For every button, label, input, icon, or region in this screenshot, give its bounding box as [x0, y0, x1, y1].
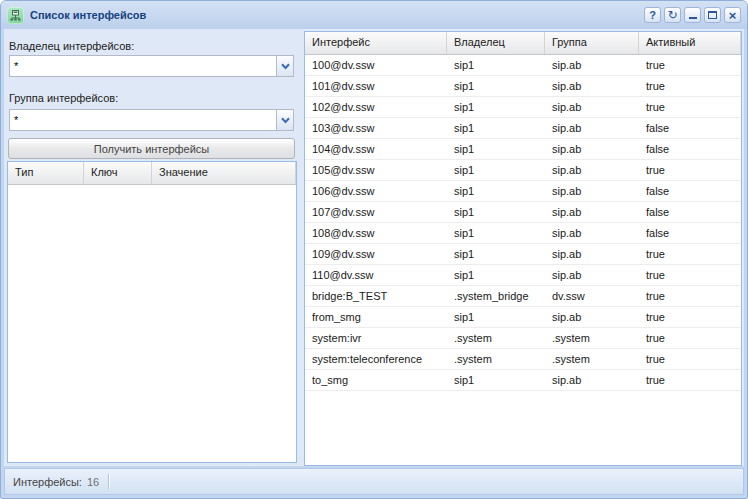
table-cell: true [639, 244, 741, 264]
close-button[interactable]: × [724, 7, 741, 23]
table-cell: true [639, 160, 741, 180]
chevron-down-icon [281, 63, 290, 70]
table-cell: sip1 [447, 265, 545, 285]
table-cell: sip1 [447, 118, 545, 138]
table-cell: bridge:B_TEST [305, 286, 447, 306]
table-row[interactable]: 110@dv.sswsip1sip.abtrue [305, 265, 741, 286]
owner-combo-trigger[interactable] [276, 56, 293, 76]
group-filter-label: Группа интерфейсов: [9, 92, 118, 104]
table-row[interactable]: bridge:B_TEST.system_bridgedv.sswtrue [305, 286, 741, 307]
table-cell: 104@dv.ssw [305, 139, 447, 159]
table-row[interactable]: system:teleconference.system.systemtrue [305, 349, 741, 370]
column-header-active[interactable]: Активный [639, 32, 741, 54]
statusbar-divider [108, 474, 110, 489]
table-row[interactable]: 107@dv.sswsip1sip.abfalse [305, 202, 741, 223]
table-cell: sip.ab [545, 244, 639, 264]
table-cell: sip1 [447, 76, 545, 96]
maximize-icon [708, 11, 717, 19]
table-cell: sip.ab [545, 370, 639, 390]
column-header-key[interactable]: Ключ [84, 162, 152, 184]
table-cell: 103@dv.ssw [305, 118, 447, 138]
table-cell: sip1 [447, 55, 545, 75]
table-row[interactable]: to_smgsip1sip.abtrue [305, 370, 741, 391]
table-cell: sip.ab [545, 139, 639, 159]
column-header-group[interactable]: Группа [545, 32, 639, 54]
owner-filter-value: * [14, 56, 18, 76]
statusbar: Интерфейсы: 16 [4, 468, 744, 495]
table-cell: false [639, 139, 741, 159]
table-cell: false [639, 181, 741, 201]
table-row[interactable]: 108@dv.sswsip1sip.abfalse [305, 223, 741, 244]
table-cell: 101@dv.ssw [305, 76, 447, 96]
table-cell: true [639, 97, 741, 117]
table-cell: system:teleconference [305, 349, 447, 369]
table-row[interactable]: system:ivr.system.systemtrue [305, 328, 741, 349]
table-cell: sip.ab [545, 223, 639, 243]
table-cell: sip1 [447, 223, 545, 243]
table-cell: sip1 [447, 370, 545, 390]
table-cell: sip.ab [545, 160, 639, 180]
minimize-button[interactable] [684, 7, 701, 23]
chevron-down-icon [281, 117, 290, 124]
owner-filter-combobox[interactable]: * [9, 55, 294, 77]
interfaces-table-header: Интерфейс Владелец Группа Активный [305, 32, 741, 55]
titlebar: Список интерфейсов ? ↻ × [1, 1, 747, 29]
group-combo-trigger[interactable] [276, 110, 293, 130]
refresh-icon: ↻ [667, 9, 677, 22]
table-cell: sip.ab [545, 76, 639, 96]
owner-filter-label: Владелец интерфейсов: [9, 40, 134, 52]
interfaces-window: Список интерфейсов ? ↻ × Владелец интерф… [0, 0, 748, 499]
table-cell: sip1 [447, 160, 545, 180]
table-cell: 100@dv.ssw [305, 55, 447, 75]
window-title: Список интерфейсов [30, 9, 146, 21]
column-header-value[interactable]: Значение [152, 162, 296, 184]
table-cell: 106@dv.ssw [305, 181, 447, 201]
table-cell: sip.ab [545, 118, 639, 138]
table-row[interactable]: 103@dv.sswsip1sip.abfalse [305, 118, 741, 139]
table-row[interactable]: 100@dv.sswsip1sip.abtrue [305, 55, 741, 76]
table-cell: sip1 [447, 97, 545, 117]
minimize-icon [689, 12, 697, 19]
table-cell: 105@dv.ssw [305, 160, 447, 180]
table-row[interactable]: 106@dv.sswsip1sip.abfalse [305, 181, 741, 202]
table-row[interactable]: 104@dv.sswsip1sip.abfalse [305, 139, 741, 160]
table-cell: false [639, 118, 741, 138]
table-row[interactable]: 101@dv.sswsip1sip.abtrue [305, 76, 741, 97]
help-button[interactable]: ? [644, 7, 661, 23]
table-cell: sip1 [447, 181, 545, 201]
table-cell: .system [447, 328, 545, 348]
table-cell: 108@dv.ssw [305, 223, 447, 243]
interfaces-table-body: 100@dv.sswsip1sip.abtrue101@dv.sswsip1si… [305, 55, 741, 391]
params-table-header: Тип Ключ Значение [8, 162, 296, 185]
table-row[interactable]: from_smgsip1sip.abtrue [305, 307, 741, 328]
window-controls: ? ↻ × [644, 7, 741, 23]
table-row[interactable]: 102@dv.sswsip1sip.abtrue [305, 97, 741, 118]
column-header-type[interactable]: Тип [8, 162, 84, 184]
table-cell: sip.ab [545, 55, 639, 75]
network-node-icon [7, 7, 24, 24]
table-cell: true [639, 76, 741, 96]
maximize-button[interactable] [704, 7, 721, 23]
table-cell: sip.ab [545, 97, 639, 117]
refresh-button[interactable]: ↻ [664, 7, 681, 23]
table-cell: .system_bridge [447, 286, 545, 306]
column-header-owner[interactable]: Владелец [447, 32, 545, 54]
table-row[interactable]: 105@dv.sswsip1sip.abtrue [305, 160, 741, 181]
table-cell: 110@dv.ssw [305, 265, 447, 285]
table-cell: 109@dv.ssw [305, 244, 447, 264]
column-header-interface[interactable]: Интерфейс [305, 32, 447, 54]
table-cell: true [639, 265, 741, 285]
table-row[interactable]: 109@dv.sswsip1sip.abtrue [305, 244, 741, 265]
get-interfaces-button[interactable]: Получить интерфейсы [8, 138, 295, 159]
table-cell: sip1 [447, 139, 545, 159]
table-cell: sip.ab [545, 202, 639, 222]
table-cell: .system [447, 349, 545, 369]
group-filter-combobox[interactable]: * [9, 109, 294, 131]
table-cell: to_smg [305, 370, 447, 390]
interfaces-table: Интерфейс Владелец Группа Активный 100@d… [304, 31, 742, 466]
table-cell: 107@dv.ssw [305, 202, 447, 222]
table-cell: true [639, 349, 741, 369]
table-cell: true [639, 370, 741, 390]
interfaces-count: 16 [87, 476, 99, 488]
table-cell: sip1 [447, 307, 545, 327]
